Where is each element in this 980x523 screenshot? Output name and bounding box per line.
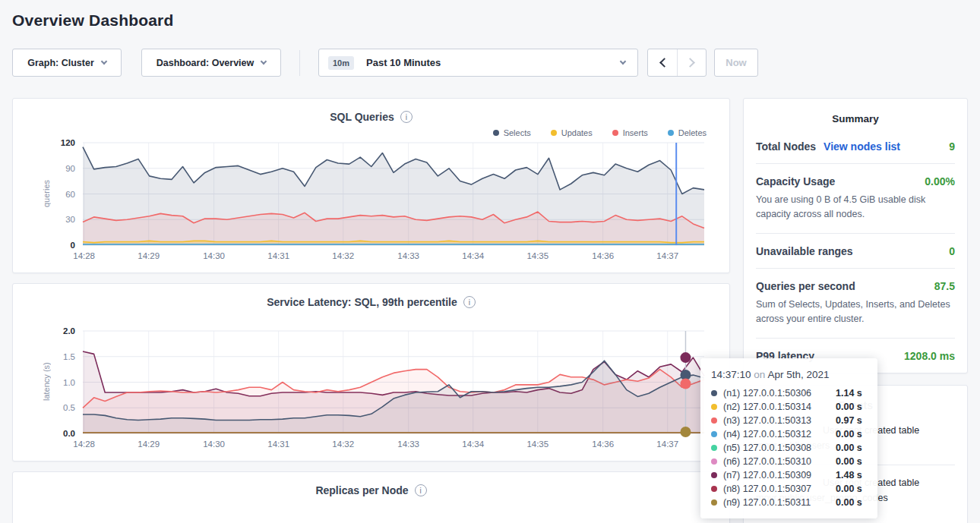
- view-nodes-list-link[interactable]: View nodes list: [824, 140, 900, 153]
- replicas-per-node-title: Replicas per Node: [315, 484, 408, 496]
- metric-queries-per-second: Queries per second 87.5 Sum of Selects, …: [756, 269, 955, 339]
- node-series-dot-icon: [711, 417, 717, 424]
- svg-text:14:35: 14:35: [526, 440, 548, 449]
- node-series-dot-icon: [711, 499, 717, 506]
- svg-text:14:32: 14:32: [332, 251, 354, 260]
- sql-queries-legend: SelectsUpdatesInsertsDeletes: [22, 126, 707, 140]
- legend-dot-icon: [668, 130, 674, 136]
- tooltip-row: (n9) 127.0.0.1:503110.00 s: [711, 496, 867, 509]
- tooltip-node-value: 0.00 s: [836, 497, 862, 508]
- toolbar: Graph: Cluster Dashboard: Overview 10m P…: [12, 49, 968, 77]
- node-series-dot-icon: [711, 486, 717, 492]
- toolbar-divider: [299, 50, 300, 76]
- tooltip-row: (n1) 127.0.0.1:503061.14 s: [711, 386, 867, 400]
- tooltip-row: (n3) 127.0.0.1:503130.97 s: [711, 414, 867, 427]
- now-button[interactable]: Now: [714, 49, 758, 77]
- service-latency-chart[interactable]: 14:2814:2914:3014:3114:3214:3314:3414:35…: [28, 328, 712, 453]
- tooltip-time: 14:37:10: [711, 369, 751, 380]
- legend-label: Selects: [504, 128, 531, 137]
- svg-text:14:29: 14:29: [138, 440, 160, 449]
- tooltip-node-value: 0.97 s: [836, 415, 862, 426]
- time-forward-button[interactable]: [677, 49, 706, 76]
- node-series-dot-icon: [711, 404, 717, 410]
- replicas-per-node-card: Replicas per Node i: [12, 471, 730, 523]
- tooltip-node-value: 0.00 s: [836, 456, 862, 467]
- svg-text:14:33: 14:33: [397, 440, 419, 449]
- legend-item[interactable]: Inserts: [612, 128, 648, 137]
- svg-text:120: 120: [61, 140, 75, 147]
- legend-label: Deletes: [678, 128, 707, 137]
- overview-dashboard-page: Overview Dashboard Graph: Cluster Dashbo…: [0, 0, 980, 523]
- time-back-button[interactable]: [648, 49, 677, 76]
- info-icon[interactable]: i: [400, 111, 413, 123]
- svg-text:1.5: 1.5: [63, 352, 75, 361]
- legend-dot-icon: [493, 130, 499, 136]
- svg-text:14:31: 14:31: [267, 251, 289, 260]
- tooltip-node-label: (n1) 127.0.0.1:50306: [723, 388, 836, 399]
- chart-hover-tooltip: 14:37:10 on Apr 5th, 2021 (n1) 127.0.0.1…: [700, 358, 877, 518]
- page-title: Overview Dashboard: [0, 0, 980, 30]
- tooltip-node-value: 0.00 s: [836, 443, 862, 453]
- service-latency-chart-area: latency (s) 14:2814:2914:3014:3114:3214:…: [22, 328, 720, 456]
- svg-text:14:28: 14:28: [73, 440, 95, 449]
- svg-text:14:28: 14:28: [73, 251, 95, 260]
- legend-item[interactable]: Deletes: [668, 128, 707, 137]
- tooltip-node-value: 1.14 s: [836, 388, 862, 399]
- chevron-down-icon: [101, 58, 107, 65]
- legend-item[interactable]: Selects: [493, 128, 531, 137]
- metric-value: 0: [949, 245, 955, 257]
- svg-text:0.0: 0.0: [63, 429, 75, 438]
- node-series-dot-icon: [711, 390, 717, 396]
- graph-selector-label: Graph: Cluster: [27, 58, 94, 68]
- tooltip-row: (n5) 127.0.0.1:503080.00 s: [711, 441, 867, 455]
- metric-unavailable-ranges: Unavailable ranges 0: [756, 234, 955, 269]
- svg-text:1.0: 1.0: [63, 378, 75, 387]
- tooltip-date: Apr 5th, 2021: [767, 369, 829, 380]
- svg-text:14:32: 14:32: [332, 440, 354, 449]
- metric-description: You are using 0 B of 4.5 GiB usable disk…: [756, 193, 955, 222]
- info-icon[interactable]: i: [415, 484, 427, 496]
- svg-text:14:37: 14:37: [656, 251, 678, 260]
- graph-selector-dropdown[interactable]: Graph: Cluster: [12, 49, 122, 77]
- dashboard-selector-label: Dashboard: Overview: [156, 58, 254, 68]
- summary-card: Summary Total Nodes View nodes list 9 Ca…: [743, 98, 968, 373]
- chevron-down-icon: [620, 58, 626, 65]
- time-range-badge: 10m: [328, 56, 354, 70]
- svg-text:14:37: 14:37: [656, 440, 678, 449]
- tooltip-rows: (n1) 127.0.0.1:503061.14 s(n2) 127.0.0.1…: [711, 386, 867, 509]
- service-latency-title: Service Latency: SQL, 99th percentile: [267, 296, 457, 308]
- svg-text:14:34: 14:34: [462, 251, 484, 260]
- dashboard-selector-dropdown[interactable]: Dashboard: Overview: [141, 49, 281, 77]
- metric-value: 1208.0 ms: [904, 350, 955, 362]
- tooltip-node-label: (n9) 127.0.0.1:50311: [723, 497, 836, 508]
- svg-text:14:30: 14:30: [203, 440, 225, 449]
- tooltip-node-value: 1.48 s: [836, 470, 862, 480]
- metric-total-nodes: Total Nodes View nodes list 9: [756, 129, 955, 164]
- metric-value: 0.00%: [925, 175, 955, 187]
- tooltip-on-text: on: [754, 369, 765, 380]
- info-icon[interactable]: i: [463, 296, 476, 308]
- tooltip-row: (n7) 127.0.0.1:503091.48 s: [711, 468, 867, 482]
- svg-text:14:35: 14:35: [526, 251, 548, 260]
- sql-queries-card: SQL Queries i SelectsUpdatesInsertsDelet…: [12, 98, 730, 273]
- svg-text:14:34: 14:34: [462, 440, 484, 449]
- service-latency-card: Service Latency: SQL, 99th percentile i …: [12, 283, 730, 462]
- tooltip-node-value: 0.00 s: [836, 429, 862, 440]
- sql-queries-chart[interactable]: 14:2814:2914:3014:3114:3214:3314:3414:35…: [28, 140, 712, 265]
- svg-text:2.0: 2.0: [63, 328, 75, 336]
- svg-text:0.5: 0.5: [63, 403, 75, 412]
- tooltip-node-label: (n7) 127.0.0.1:50309: [723, 470, 836, 480]
- metric-label: Capacity Usage: [756, 175, 835, 187]
- metric-value: 87.5: [934, 280, 955, 292]
- tooltip-row: (n2) 127.0.0.1:503140.00 s: [711, 400, 867, 414]
- summary-heading: Summary: [756, 99, 955, 129]
- metric-value: 9: [949, 140, 955, 153]
- time-range-selector[interactable]: 10m Past 10 Minutes: [318, 49, 638, 77]
- legend-item[interactable]: Updates: [551, 128, 593, 137]
- tooltip-row: (n8) 127.0.0.1:503070.00 s: [711, 482, 867, 496]
- time-range-label: Past 10 Minutes: [366, 57, 441, 68]
- tooltip-row: (n4) 127.0.0.1:503120.00 s: [711, 427, 867, 441]
- metric-label: Queries per second: [756, 280, 855, 292]
- svg-text:60: 60: [65, 190, 75, 199]
- charts-column: SQL Queries i SelectsUpdatesInsertsDelet…: [12, 98, 730, 523]
